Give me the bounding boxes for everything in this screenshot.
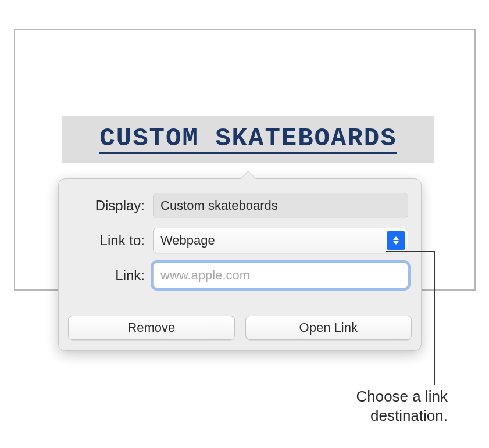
display-field-value: Custom skateboards [160, 198, 278, 213]
remove-button[interactable]: Remove [68, 316, 235, 340]
link-to-select[interactable]: Webpage [153, 228, 408, 253]
link-url-input[interactable] [153, 263, 408, 288]
link-editor-popover: Display: Custom skateboards Link to: Web… [58, 178, 422, 351]
callout-text: Choose a link destination. [302, 387, 448, 426]
hyperlink-text: CUSTOM SKATEBOARDS [99, 125, 397, 153]
link-to-select-value: Webpage [160, 233, 215, 248]
open-link-button[interactable]: Open Link [245, 316, 412, 340]
link-label: Link: [72, 267, 153, 284]
link-to-label: Link to: [72, 232, 153, 249]
callout-connector [434, 251, 435, 385]
display-label: Display: [72, 198, 153, 214]
callout-connector [386, 251, 435, 252]
display-field[interactable]: Custom skateboards [153, 193, 408, 218]
hyperlink-text-selection[interactable]: CUSTOM SKATEBOARDS [62, 116, 434, 163]
stepper-icon [387, 231, 405, 250]
